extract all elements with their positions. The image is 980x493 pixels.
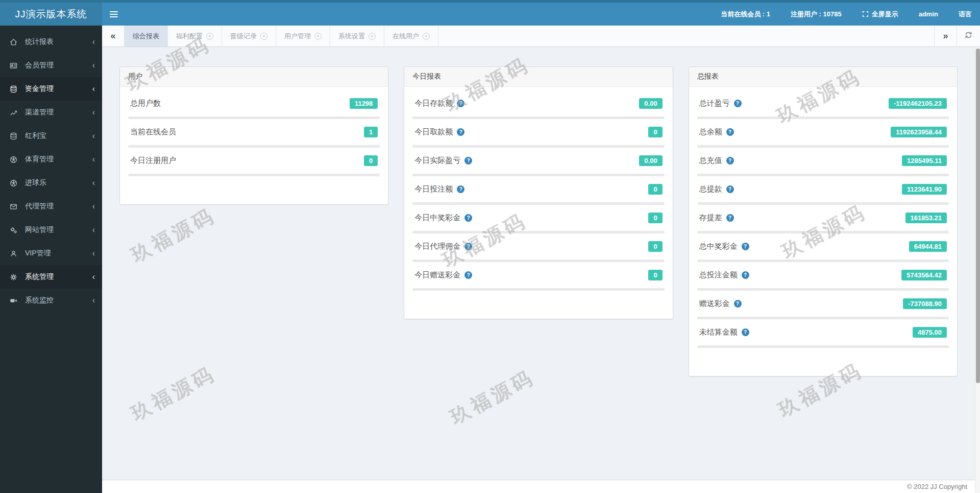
vertical-scrollbar[interactable] <box>975 48 980 493</box>
help-icon[interactable]: ? <box>742 243 749 250</box>
help-icon[interactable]: ? <box>726 157 734 165</box>
dashboard-content: 用户 总用户数 11298 当前在线会员 1 今日注册用户 0 今日报表 今日存… <box>102 47 980 480</box>
tab-close-icon[interactable]: × <box>206 33 213 40</box>
help-icon[interactable]: ? <box>457 185 464 193</box>
envelope-icon <box>10 203 21 210</box>
row-divider <box>412 288 664 291</box>
chevron-left-icon: ‹ <box>92 38 95 46</box>
sidebar-menu: 统计报表 ‹ 会员管理 ‹ 资金管理 ‹ 渠道管理 ‹ 红利宝 ‹ 体育管理 ‹… <box>0 26 102 493</box>
help-icon[interactable]: ? <box>464 271 472 279</box>
stat-label: 未结算金额 <box>699 327 738 337</box>
panel-total-report: 总报表 总计盈亏 ?-1192462105.23 总余额 ?1192623958… <box>689 66 958 377</box>
user-menu[interactable]: admin <box>909 3 948 26</box>
brand-logo[interactable]: JJ演示版本系统 <box>0 3 102 26</box>
video-camera-icon <box>10 297 21 304</box>
help-icon[interactable]: ? <box>464 157 472 165</box>
stat-row: 总计盈亏 ?-1192462105.23 <box>689 90 957 116</box>
stat-row: 今日注册用户 0 <box>120 148 388 174</box>
tab-system-settings[interactable]: 系统设置 × <box>330 26 384 46</box>
refresh-tab-button[interactable] <box>957 26 980 46</box>
stat-row: 总用户数 11298 <box>120 90 388 116</box>
tab-user-mgmt[interactable]: 用户管理 × <box>276 26 330 46</box>
fullscreen-icon <box>862 11 869 17</box>
panel-users: 用户 总用户数 11298 当前在线会员 1 今日注册用户 0 <box>119 66 388 205</box>
help-icon[interactable]: ? <box>734 300 742 308</box>
sidebar-item-member-mgmt[interactable]: 会员管理 ‹ <box>0 54 102 77</box>
chevron-left-icon: ‹ <box>92 132 95 140</box>
sidebar-toggle-button[interactable] <box>102 3 126 26</box>
stat-label: 总提款 <box>699 184 722 194</box>
sidebar-item-bonus-treasure[interactable]: 红利宝 ‹ <box>0 124 102 148</box>
language-menu[interactable]: 语言 <box>948 3 980 26</box>
row-divider <box>128 174 380 176</box>
tab-close-icon[interactable]: × <box>314 33 322 40</box>
stat-row: 总余额 ?1192623958.44 <box>689 119 957 145</box>
tab-close-icon[interactable]: × <box>369 33 376 40</box>
member-card-icon <box>10 62 21 69</box>
tab-online-users[interactable]: 在线用户 × <box>384 26 438 46</box>
stat-label: 总中奖彩金 <box>699 242 738 251</box>
help-icon[interactable]: ? <box>726 128 734 136</box>
sidebar-item-vip-mgmt[interactable]: VIP管理 ‹ <box>0 242 102 265</box>
tab-welfare-config[interactable]: 福利配置 × <box>168 26 222 46</box>
sidebar-item-label: 进球乐 <box>25 178 46 187</box>
sidebar-item-goal-fun[interactable]: 进球乐 ‹ <box>0 171 102 195</box>
scrollbar-thumb[interactable] <box>976 49 980 383</box>
stat-label: 总计盈亏 <box>699 99 730 108</box>
help-icon[interactable]: ? <box>734 100 742 107</box>
scroll-tabs-right-button[interactable]: » <box>934 26 957 46</box>
stat-row: 存提差 ?161853.21 <box>689 205 957 231</box>
sidebar-item-funds-mgmt[interactable]: 资金管理 ‹ <box>0 77 102 101</box>
help-icon[interactable]: ? <box>726 214 734 222</box>
tab-close-icon[interactable]: × <box>260 33 267 40</box>
page-footer: © 2022 JJ Copyright <box>102 480 980 493</box>
panel-body: 总用户数 11298 当前在线会员 1 今日注册用户 0 <box>120 87 388 204</box>
stat-label: 今日中奖彩金 <box>414 213 460 223</box>
copyright-text: © 2022 JJ Copyright <box>907 483 967 490</box>
stat-label: 今日代理佣金 <box>414 242 460 251</box>
tab-close-icon[interactable]: × <box>423 33 430 40</box>
tab-composite-report[interactable]: 综合报表 <box>125 26 168 46</box>
sidebar-item-system-monitor[interactable]: 系统监控 ‹ <box>0 289 102 312</box>
sidebar-item-stats-report[interactable]: 统计报表 ‹ <box>0 30 102 54</box>
stat-value-badge: 0.00 <box>639 98 662 109</box>
registered-users-stat: 注册用户 : 10785 <box>780 3 852 26</box>
sidebar-item-channel-mgmt[interactable]: 渠道管理 ‹ <box>0 101 102 124</box>
chevron-left-icon: ‹ <box>92 179 95 187</box>
help-icon[interactable]: ? <box>457 128 464 136</box>
tab-promotion-records[interactable]: 晋级记录 × <box>222 26 276 46</box>
gear-icon <box>10 273 21 281</box>
stat-value-badge: 0 <box>648 270 662 280</box>
help-icon[interactable]: ? <box>726 185 734 193</box>
trend-chart-icon <box>10 109 21 116</box>
stat-value-badge: 4875.00 <box>913 327 947 338</box>
stat-label: 今日取款额 <box>414 127 453 137</box>
stat-value-badge: 161853.21 <box>905 213 947 223</box>
tab-label: 在线用户 <box>393 32 419 41</box>
help-icon[interactable]: ? <box>742 271 749 279</box>
stat-label: 赠送彩金 <box>699 299 730 309</box>
stat-label: 总投注金额 <box>699 270 738 280</box>
user-icon <box>10 250 21 257</box>
sidebar-item-system-mgmt[interactable]: 系统管理 ‹ <box>0 265 102 289</box>
panel-title: 总报表 <box>689 67 957 87</box>
stat-row: 今日中奖彩金 ?0 <box>404 205 672 231</box>
sidebar-item-site-mgmt[interactable]: 网站管理 ‹ <box>0 218 102 242</box>
stat-value-badge: 1123641.90 <box>902 184 947 195</box>
help-icon[interactable]: ? <box>464 214 472 222</box>
sidebar-item-agent-mgmt[interactable]: 代理管理 ‹ <box>0 195 102 218</box>
chevron-left-icon: ‹ <box>92 202 95 210</box>
help-icon[interactable]: ? <box>742 328 749 336</box>
sidebar-item-label: VIP管理 <box>25 249 51 258</box>
sidebar-item-sports-mgmt[interactable]: 体育管理 ‹ <box>0 148 102 171</box>
stat-label: 总充值 <box>699 156 722 166</box>
chevron-left-icon: ‹ <box>92 85 95 93</box>
scroll-tabs-left-button[interactable]: « <box>102 26 125 46</box>
stat-row: 当前在线会员 1 <box>120 119 388 145</box>
chevron-left-icon: ‹ <box>92 249 95 257</box>
fullscreen-button[interactable]: 全屏显示 <box>852 3 909 26</box>
stat-row: 总充值 ?1285495.11 <box>689 148 957 174</box>
stat-row: 总中奖彩金 ?64944.81 <box>689 233 957 260</box>
help-icon[interactable]: ? <box>464 243 472 250</box>
help-icon[interactable]: ? <box>457 100 464 107</box>
